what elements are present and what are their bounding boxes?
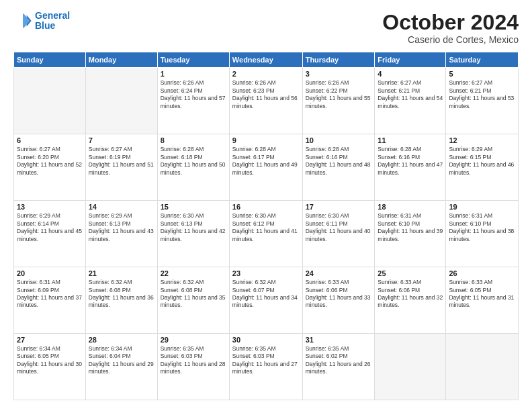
- calendar-table: Sunday Monday Tuesday Wednesday Thursday…: [13, 52, 519, 400]
- table-row: 25Sunrise: 6:33 AM Sunset: 6:06 PM Dayli…: [375, 267, 446, 334]
- day-number: 7: [89, 136, 154, 144]
- day-number: 14: [89, 203, 154, 211]
- day-info: Sunrise: 6:32 AM Sunset: 6:08 PM Dayligh…: [161, 279, 226, 310]
- day-number: 20: [17, 269, 83, 277]
- table-row: 23Sunrise: 6:32 AM Sunset: 6:07 PM Dayli…: [229, 267, 302, 334]
- logo-icon: [13, 11, 32, 30]
- table-row: 15Sunrise: 6:30 AM Sunset: 6:13 PM Dayli…: [157, 201, 229, 267]
- day-number: 8: [161, 136, 226, 144]
- table-row: 3Sunrise: 6:26 AM Sunset: 6:22 PM Daylig…: [302, 68, 375, 134]
- day-number: 16: [232, 203, 300, 211]
- day-number: 30: [232, 336, 300, 344]
- day-number: 18: [378, 203, 443, 211]
- table-row: 10Sunrise: 6:28 AM Sunset: 6:16 PM Dayli…: [302, 134, 375, 201]
- day-number: 21: [89, 269, 154, 277]
- day-number: 22: [161, 269, 226, 277]
- table-row: 17Sunrise: 6:30 AM Sunset: 6:11 PM Dayli…: [302, 201, 375, 267]
- day-info: Sunrise: 6:27 AM Sunset: 6:19 PM Dayligh…: [89, 146, 154, 177]
- day-info: Sunrise: 6:30 AM Sunset: 6:13 PM Dayligh…: [161, 212, 226, 243]
- table-row: 19Sunrise: 6:31 AM Sunset: 6:10 PM Dayli…: [446, 201, 519, 267]
- calendar-week-row: 27Sunrise: 6:34 AM Sunset: 6:05 PM Dayli…: [14, 334, 519, 400]
- day-info: Sunrise: 6:33 AM Sunset: 6:06 PM Dayligh…: [378, 279, 443, 310]
- table-row: 4Sunrise: 6:27 AM Sunset: 6:21 PM Daylig…: [375, 68, 446, 134]
- table-row: [85, 68, 157, 134]
- day-number: 13: [17, 203, 83, 211]
- calendar-week-row: 13Sunrise: 6:29 AM Sunset: 6:14 PM Dayli…: [14, 201, 519, 267]
- day-number: 1: [161, 70, 226, 78]
- day-info: Sunrise: 6:28 AM Sunset: 6:16 PM Dayligh…: [306, 146, 372, 177]
- table-row: 22Sunrise: 6:32 AM Sunset: 6:08 PM Dayli…: [157, 267, 229, 334]
- header-row: Sunday Monday Tuesday Wednesday Thursday…: [14, 52, 519, 68]
- day-info: Sunrise: 6:34 AM Sunset: 6:04 PM Dayligh…: [89, 345, 154, 376]
- table-row: 18Sunrise: 6:31 AM Sunset: 6:10 PM Dayli…: [375, 201, 446, 267]
- day-info: Sunrise: 6:30 AM Sunset: 6:12 PM Dayligh…: [232, 212, 300, 243]
- day-number: 29: [161, 336, 226, 344]
- location-subtitle: Caserio de Cortes, Mexico: [382, 34, 519, 45]
- table-row: [14, 68, 86, 134]
- day-number: 10: [306, 136, 372, 144]
- day-number: 6: [17, 136, 83, 144]
- day-number: 27: [17, 336, 83, 344]
- day-number: 11: [378, 136, 443, 144]
- logo-text: General Blue: [35, 11, 70, 32]
- day-number: 3: [306, 70, 372, 78]
- table-row: 8Sunrise: 6:28 AM Sunset: 6:18 PM Daylig…: [157, 134, 229, 201]
- day-info: Sunrise: 6:26 AM Sunset: 6:22 PM Dayligh…: [306, 79, 372, 110]
- day-number: 19: [449, 203, 515, 211]
- table-row: 1Sunrise: 6:26 AM Sunset: 6:24 PM Daylig…: [157, 68, 229, 134]
- day-info: Sunrise: 6:29 AM Sunset: 6:15 PM Dayligh…: [449, 146, 515, 177]
- day-number: 4: [378, 70, 443, 78]
- logo-line1: General: [35, 10, 70, 21]
- day-number: 2: [232, 70, 300, 78]
- col-friday: Friday: [375, 52, 446, 68]
- day-info: Sunrise: 6:27 AM Sunset: 6:20 PM Dayligh…: [17, 146, 83, 177]
- day-info: Sunrise: 6:30 AM Sunset: 6:11 PM Dayligh…: [306, 212, 372, 243]
- table-row: 6Sunrise: 6:27 AM Sunset: 6:20 PM Daylig…: [14, 134, 86, 201]
- table-row: 26Sunrise: 6:33 AM Sunset: 6:05 PM Dayli…: [446, 267, 519, 334]
- table-row: [375, 334, 446, 400]
- table-row: 30Sunrise: 6:35 AM Sunset: 6:03 PM Dayli…: [229, 334, 302, 400]
- day-info: Sunrise: 6:31 AM Sunset: 6:10 PM Dayligh…: [449, 212, 515, 243]
- day-number: 5: [449, 70, 515, 78]
- table-row: 14Sunrise: 6:29 AM Sunset: 6:13 PM Dayli…: [85, 201, 157, 267]
- table-row: 28Sunrise: 6:34 AM Sunset: 6:04 PM Dayli…: [85, 334, 157, 400]
- table-row: 13Sunrise: 6:29 AM Sunset: 6:14 PM Dayli…: [14, 201, 86, 267]
- day-info: Sunrise: 6:29 AM Sunset: 6:13 PM Dayligh…: [89, 212, 154, 243]
- day-info: Sunrise: 6:28 AM Sunset: 6:16 PM Dayligh…: [378, 146, 443, 177]
- day-number: 28: [89, 336, 154, 344]
- col-tuesday: Tuesday: [157, 52, 229, 68]
- logo-line2: Blue: [35, 20, 55, 31]
- day-number: 17: [306, 203, 372, 211]
- table-row: 29Sunrise: 6:35 AM Sunset: 6:03 PM Dayli…: [157, 334, 229, 400]
- logo: General Blue: [13, 11, 70, 32]
- day-number: 31: [306, 336, 372, 344]
- table-row: [446, 334, 519, 400]
- day-info: Sunrise: 6:35 AM Sunset: 6:03 PM Dayligh…: [161, 345, 226, 376]
- day-info: Sunrise: 6:33 AM Sunset: 6:05 PM Dayligh…: [449, 279, 515, 310]
- table-row: 5Sunrise: 6:27 AM Sunset: 6:21 PM Daylig…: [446, 68, 519, 134]
- day-number: 26: [449, 269, 515, 277]
- day-number: 24: [306, 269, 372, 277]
- day-info: Sunrise: 6:27 AM Sunset: 6:21 PM Dayligh…: [378, 79, 443, 110]
- day-info: Sunrise: 6:29 AM Sunset: 6:14 PM Dayligh…: [17, 212, 83, 243]
- day-info: Sunrise: 6:35 AM Sunset: 6:03 PM Dayligh…: [232, 345, 300, 376]
- month-title: October 2024: [382, 11, 519, 34]
- table-row: 20Sunrise: 6:31 AM Sunset: 6:09 PM Dayli…: [14, 267, 86, 334]
- day-info: Sunrise: 6:32 AM Sunset: 6:08 PM Dayligh…: [89, 279, 154, 310]
- table-row: 24Sunrise: 6:33 AM Sunset: 6:06 PM Dayli…: [302, 267, 375, 334]
- day-number: 25: [378, 269, 443, 277]
- page: General Blue October 2024 Caserio de Cor…: [0, 0, 532, 411]
- table-row: 31Sunrise: 6:35 AM Sunset: 6:02 PM Dayli…: [302, 334, 375, 400]
- col-saturday: Saturday: [446, 52, 519, 68]
- table-row: 21Sunrise: 6:32 AM Sunset: 6:08 PM Dayli…: [85, 267, 157, 334]
- day-info: Sunrise: 6:32 AM Sunset: 6:07 PM Dayligh…: [232, 279, 300, 310]
- day-number: 9: [232, 136, 300, 144]
- header: General Blue October 2024 Caserio de Cor…: [13, 11, 519, 45]
- day-number: 15: [161, 203, 226, 211]
- day-info: Sunrise: 6:28 AM Sunset: 6:17 PM Dayligh…: [232, 146, 300, 177]
- table-row: 11Sunrise: 6:28 AM Sunset: 6:16 PM Dayli…: [375, 134, 446, 201]
- day-number: 23: [232, 269, 300, 277]
- table-row: 27Sunrise: 6:34 AM Sunset: 6:05 PM Dayli…: [14, 334, 86, 400]
- table-row: 2Sunrise: 6:26 AM Sunset: 6:23 PM Daylig…: [229, 68, 302, 134]
- calendar-body: 1Sunrise: 6:26 AM Sunset: 6:24 PM Daylig…: [14, 68, 519, 400]
